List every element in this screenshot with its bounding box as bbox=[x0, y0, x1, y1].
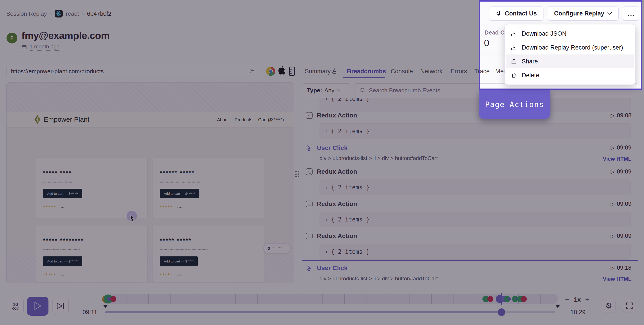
event-code-block[interactable]: › { 2 items } bbox=[320, 180, 630, 195]
product-stars: ***** bbox=[43, 204, 56, 211]
download-icon bbox=[511, 45, 517, 50]
event-code-block[interactable]: › { 2 items } bbox=[320, 244, 630, 260]
play-icon bbox=[34, 302, 42, 310]
share-icon bbox=[511, 58, 517, 64]
event-title: Redux Action bbox=[317, 112, 357, 119]
configure-replay-label: Configure Replay bbox=[554, 10, 604, 17]
event-title[interactable]: User Click bbox=[317, 265, 348, 272]
event-timestamp[interactable]: ▷ 09:09 bbox=[610, 168, 632, 175]
event-timestamp[interactable]: ▷ 09:18 bbox=[610, 264, 632, 271]
product-stars: ***** bbox=[160, 272, 172, 278]
feedback-widget-label: ****** * *** bbox=[273, 247, 287, 250]
menu-item-delete[interactable]: Delete bbox=[505, 68, 635, 82]
event-timestamp[interactable]: ▷ 09:08 bbox=[610, 112, 632, 119]
empower-plant-logo-icon bbox=[34, 114, 40, 124]
replay-url-bar: https://empower-plant.com/products bbox=[6, 66, 260, 77]
tab-network[interactable]: Network bbox=[420, 68, 442, 75]
skip-next-icon bbox=[56, 303, 64, 309]
product-desc: **** ****** ***** *** *********** bbox=[160, 181, 200, 184]
feedback-widget: ****** * *** bbox=[264, 243, 290, 253]
trash-icon bbox=[511, 72, 517, 78]
event-title: Redux Action bbox=[317, 232, 357, 240]
speed-value[interactable]: 1x bbox=[574, 296, 581, 303]
user-click-cursor-icon bbox=[306, 265, 313, 272]
redux-action-icon: ›_ bbox=[306, 232, 313, 240]
speed-decrease-button[interactable]: − bbox=[565, 296, 569, 304]
current-time-label: 09:11 bbox=[82, 309, 98, 316]
play-from-here-icon[interactable]: ▷ bbox=[610, 265, 614, 271]
seek-slider-handle[interactable] bbox=[498, 309, 505, 316]
event-code: { 2 items } bbox=[331, 216, 370, 223]
menu-item-label: Download Replay Record (superuser) bbox=[522, 44, 623, 51]
play-button[interactable] bbox=[27, 297, 48, 315]
configure-replay-button[interactable]: Configure Replay bbox=[548, 6, 619, 21]
react-project-icon bbox=[55, 10, 62, 17]
timeline-marker-icon[interactable] bbox=[103, 305, 108, 308]
event-timestamp[interactable]: ▷ 09:09 bbox=[610, 144, 632, 151]
copy-icon[interactable] bbox=[249, 68, 255, 75]
dead-clicks-value: 0 bbox=[484, 38, 489, 48]
play-from-here-icon[interactable]: ▷ bbox=[610, 145, 614, 151]
expand-chevron-icon: › bbox=[326, 98, 328, 102]
event-code-block[interactable]: › { 2 items } bbox=[320, 123, 630, 139]
play-from-here-icon[interactable]: ▷ bbox=[610, 112, 614, 118]
search-placeholder: Search Breadcrumb Events bbox=[369, 87, 440, 94]
speed-increase-button[interactable]: + bbox=[585, 296, 589, 304]
next-breadcrumb-button[interactable] bbox=[52, 298, 69, 314]
panel-resize-handle[interactable] bbox=[295, 171, 300, 179]
menu-item-share[interactable]: Share bbox=[506, 54, 634, 68]
redux-action-icon: ›_ bbox=[306, 200, 313, 208]
add-to-cart-button: Add to cart — $***** bbox=[160, 256, 198, 266]
play-from-here-icon[interactable]: ▷ bbox=[610, 169, 614, 175]
event-timeline-line bbox=[309, 102, 309, 282]
replay-cursor-icon bbox=[130, 215, 136, 222]
download-icon bbox=[511, 31, 517, 36]
fullscreen-button[interactable] bbox=[623, 299, 636, 313]
rewind-10s-button[interactable]: 10 bbox=[7, 298, 24, 314]
product-stars: ***** bbox=[43, 272, 56, 278]
tab-summary[interactable]: Summary bbox=[305, 68, 331, 75]
timeline-event-dot[interactable] bbox=[110, 296, 116, 302]
event-code: { 2 items } bbox=[331, 248, 370, 255]
product-desc: *** **** **** *** ******* bbox=[43, 181, 74, 184]
tab-breadcrumbs[interactable]: Breadcrumbs bbox=[347, 68, 386, 75]
product-desc: ****** **** ********** ** **** ******** bbox=[160, 249, 208, 252]
menu-item-download-replay-record[interactable]: Download Replay Record (superuser) bbox=[505, 40, 635, 54]
settings-button[interactable]: ⚙ bbox=[602, 299, 616, 313]
event-selector: div > ul.products-list > li > div > butt… bbox=[320, 155, 438, 161]
breadcrumb-session-replay[interactable]: Session Replay bbox=[6, 10, 47, 17]
breadcrumb-project[interactable]: react bbox=[66, 10, 79, 17]
more-actions-button[interactable]: … bbox=[623, 6, 639, 21]
timeline-event-dot[interactable] bbox=[521, 296, 527, 302]
tab-errors[interactable]: Errors bbox=[450, 68, 467, 75]
play-from-here-icon[interactable]: ▷ bbox=[610, 201, 614, 207]
event-timestamp[interactable]: ▷ 09:09 bbox=[610, 232, 632, 239]
event-timestamp[interactable]: ▷ 09:09 bbox=[610, 200, 632, 207]
contact-us-button[interactable]: Contact Us bbox=[489, 6, 544, 21]
site-nav-about: About bbox=[217, 117, 229, 122]
timeline-event-dot[interactable] bbox=[488, 296, 493, 302]
event-title[interactable]: User Click bbox=[317, 144, 348, 152]
view-html-link[interactable]: View HTML bbox=[603, 156, 632, 162]
site-nav-products: Products bbox=[235, 117, 252, 122]
menu-item-label: Download JSON bbox=[522, 30, 566, 37]
menu-item-download-json[interactable]: Download JSON bbox=[505, 27, 635, 40]
event-code-block[interactable]: › { 2 items } bbox=[320, 212, 630, 227]
event-code-block[interactable]: › { 2 items } bbox=[320, 98, 630, 112]
event-selector: div > ul.products-list > li > div > butt… bbox=[320, 276, 438, 282]
time-ago-label[interactable]: 1 month ago bbox=[30, 43, 60, 51]
tab-trace[interactable]: Trace bbox=[474, 68, 490, 75]
play-from-here-icon[interactable]: ▷ bbox=[610, 233, 614, 239]
add-to-cart-button: Add to cart — $****** bbox=[43, 189, 82, 198]
seek-slider-fill bbox=[105, 311, 502, 313]
fullscreen-icon bbox=[626, 302, 633, 309]
replay-date: 1 month ago bbox=[22, 43, 60, 51]
timeline-marker-icon[interactable] bbox=[555, 305, 560, 308]
type-filter-dropdown[interactable]: Type: Any bbox=[302, 83, 350, 97]
view-html-link[interactable]: View HTML bbox=[603, 276, 632, 282]
product-title: ***** ******** bbox=[43, 237, 84, 244]
timeline-event-dot[interactable] bbox=[508, 298, 511, 301]
tour-tooltip: Page Actions bbox=[478, 90, 550, 119]
tab-console[interactable]: Console bbox=[391, 68, 413, 75]
product-reviews: **** bbox=[177, 206, 183, 210]
